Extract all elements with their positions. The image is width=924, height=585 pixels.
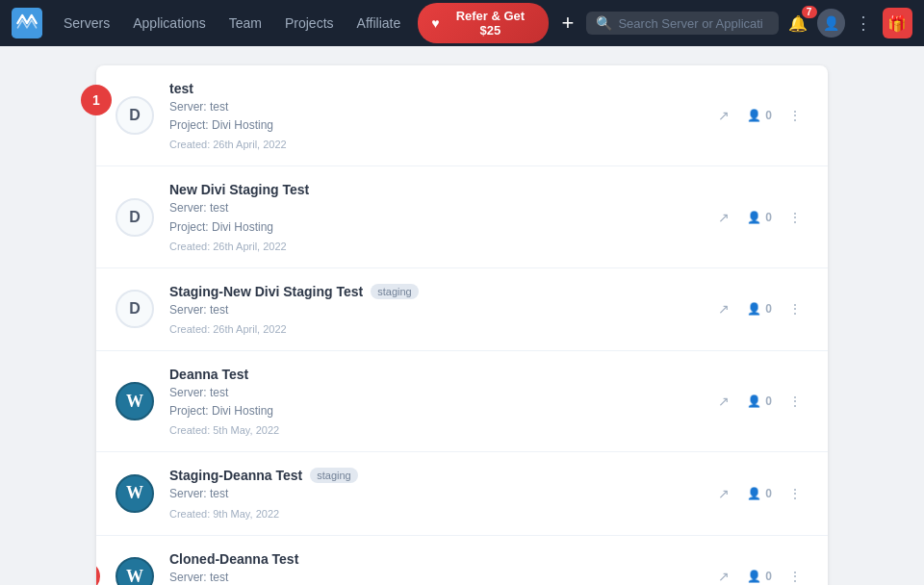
search-input[interactable]: [618, 16, 762, 31]
table-row: D test Server: test Project: Divi Hostin…: [96, 65, 828, 166]
app-meta: Server: test Project: Divi Hosting: [169, 199, 710, 236]
app-name: Staging-Deanna Test staging: [169, 468, 710, 483]
table-row: 2 W Cloned-Deanna Test Server: test Crea…: [96, 536, 828, 586]
app-icon-wordpress: W: [116, 557, 154, 585]
more-menu-button[interactable]: ⋮: [782, 563, 808, 585]
app-info: New Divi Staging Test Server: test Proje…: [169, 182, 710, 251]
page-badge-2: 2: [96, 561, 100, 585]
gift-icon: 🎁: [887, 14, 907, 33]
app-created: Created: 26th April, 2022: [169, 323, 710, 335]
more-menu-button[interactable]: ⋮: [782, 388, 808, 415]
user-avatar[interactable]: 👤: [817, 9, 845, 38]
app-actions: ↗ 👤 0 ⋮: [710, 204, 808, 231]
person-icon: 👤: [747, 211, 761, 224]
avatar-icon: 👤: [823, 15, 839, 31]
app-icon: D: [116, 96, 154, 135]
app-actions: ↗ 👤 0 ⋮: [710, 295, 808, 322]
app-meta: Server: test Project: Divi Hosting: [169, 384, 710, 420]
main-content: 1 D test Server: test Project: Divi Host…: [0, 46, 924, 585]
more-menu-button[interactable]: ⋮: [782, 102, 808, 129]
collaborator-count: 👤 0: [747, 109, 772, 122]
table-row: D New Divi Staging Test Server: test Pro…: [96, 166, 828, 267]
search-container: 🔍: [586, 12, 779, 35]
person-icon: 👤: [747, 394, 761, 408]
logo[interactable]: [12, 8, 42, 38]
staging-badge: staging: [371, 284, 418, 299]
app-actions: ↗ 👤 0 ⋮: [710, 480, 808, 507]
nav-servers[interactable]: Servers: [54, 12, 119, 35]
app-name: Staging-New Divi Staging Test staging: [169, 284, 710, 299]
refer-label: Refer & Get $25: [446, 9, 536, 38]
more-options-button[interactable]: ⋮: [849, 8, 879, 38]
app-name: test: [169, 81, 710, 96]
app-info: Cloned-Deanna Test Server: test Created:…: [169, 551, 710, 586]
gift-button[interactable]: 🎁: [883, 8, 912, 38]
app-created: Created: 26th April, 2022: [169, 241, 710, 252]
app-name: Cloned-Deanna Test: [169, 551, 710, 567]
collaborator-count: 👤 0: [747, 570, 772, 583]
collaborator-count: 👤 0: [747, 487, 772, 500]
page-badge-1: 1: [81, 85, 112, 115]
person-icon: 👤: [747, 109, 761, 122]
collaborator-count: 👤 0: [747, 302, 772, 316]
app-created: Created: 5th May, 2022: [169, 424, 710, 436]
refer-button[interactable]: ♥ Refer & Get $25: [418, 3, 549, 43]
app-icon: D: [116, 290, 154, 328]
app-list: D test Server: test Project: Divi Hostin…: [96, 65, 828, 585]
external-link-icon[interactable]: ↗: [710, 102, 737, 129]
app-actions: ↗ 👤 0 ⋮: [710, 102, 808, 129]
external-link-icon[interactable]: ↗: [710, 480, 737, 507]
icon-letter: D: [129, 209, 141, 226]
wordpress-icon: W: [126, 483, 143, 503]
staging-badge: staging: [310, 468, 357, 483]
collaborator-count: 👤 0: [747, 211, 772, 224]
person-icon: 👤: [747, 487, 761, 500]
table-row: D Staging-New Divi Staging Test staging …: [96, 268, 828, 351]
app-info: Deanna Test Server: test Project: Divi H…: [169, 367, 710, 436]
more-menu-button[interactable]: ⋮: [782, 204, 808, 231]
app-meta: Server: test: [169, 485, 710, 503]
more-menu-button[interactable]: ⋮: [782, 480, 808, 507]
app-info: Staging-Deanna Test staging Server: test…: [169, 468, 710, 519]
app-meta: Server: test Project: Divi Hosting: [169, 98, 710, 135]
nav-affiliate[interactable]: Affiliate: [347, 12, 411, 35]
person-icon: 👤: [747, 302, 761, 316]
nav-applications[interactable]: Applications: [123, 12, 216, 35]
notification-count: 7: [802, 6, 817, 18]
icon-letter: D: [129, 107, 141, 124]
app-info: Staging-New Divi Staging Test staging Se…: [169, 284, 710, 335]
wordpress-icon: W: [126, 567, 143, 585]
icon-letter: D: [129, 300, 141, 318]
collaborator-count: 👤 0: [747, 394, 772, 408]
notification-bell[interactable]: 🔔 7: [783, 8, 812, 38]
app-icon-wordpress: W: [116, 382, 154, 420]
external-link-icon[interactable]: ↗: [710, 388, 737, 415]
person-icon: 👤: [747, 570, 761, 583]
app-icon: D: [116, 198, 154, 237]
table-row: W Staging-Deanna Test staging Server: te…: [96, 452, 828, 535]
nav-team[interactable]: Team: [219, 12, 271, 35]
app-meta: Server: test: [169, 301, 710, 319]
navbar: Servers Applications Team Projects Affil…: [0, 0, 924, 46]
app-actions: ↗ 👤 0 ⋮: [710, 388, 808, 415]
wordpress-icon: W: [126, 392, 143, 412]
app-info: test Server: test Project: Divi Hosting …: [169, 81, 710, 150]
app-name: Deanna Test: [169, 367, 710, 382]
app-actions: ↗ 👤 0 ⋮: [710, 563, 808, 585]
add-button[interactable]: +: [552, 8, 582, 38]
app-icon-wordpress: W: [116, 474, 154, 513]
heart-icon: ♥: [431, 15, 439, 31]
app-name: New Divi Staging Test: [169, 182, 710, 197]
table-row: W Deanna Test Server: test Project: Divi…: [96, 351, 828, 452]
more-menu-button[interactable]: ⋮: [782, 295, 808, 322]
external-link-icon[interactable]: ↗: [710, 563, 737, 585]
nav-projects[interactable]: Projects: [275, 12, 344, 35]
external-link-icon[interactable]: ↗: [710, 295, 737, 322]
app-meta: Server: test: [169, 569, 710, 586]
app-created: Created: 9th May, 2022: [169, 508, 710, 520]
app-created: Created: 26th April, 2022: [169, 139, 710, 150]
external-link-icon[interactable]: ↗: [710, 204, 737, 231]
search-icon: 🔍: [596, 15, 612, 31]
